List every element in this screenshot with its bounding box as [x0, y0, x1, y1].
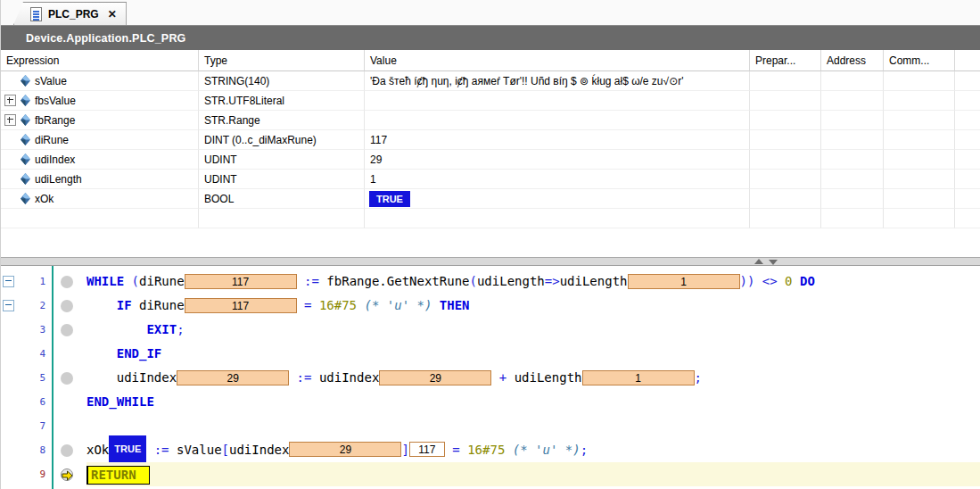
code-text[interactable]: udiIndex29 := udiIndex29 + udiLength1;: [86, 366, 980, 390]
breakpoint-gutter[interactable]: [51, 462, 86, 486]
empty-cell: [1, 209, 199, 228]
code-token: [460, 443, 467, 457]
breakpoint-gutter[interactable]: [51, 366, 86, 390]
breakpoint-gutter[interactable]: [51, 294, 86, 318]
expression-cell: fbsValue: [1, 91, 199, 111]
code-line-4: 4 END_IF: [1, 342, 980, 366]
watch-row-udiLength[interactable]: udiLengthUDINT1: [1, 170, 980, 189]
pane-splitter[interactable]: [1, 257, 980, 266]
inline-value-box-small[interactable]: 117: [409, 442, 445, 457]
inline-bool-value[interactable]: TRUE: [109, 435, 146, 463]
code-text[interactable]: END_WHILE: [86, 390, 980, 414]
variable-icon: [21, 114, 30, 126]
inline-value-box[interactable]: 29: [289, 442, 401, 457]
return-statement-highlight: RETURN: [86, 466, 150, 485]
prepared-value-cell: [750, 130, 821, 150]
code-token: ;: [581, 443, 588, 457]
watch-row-diRune[interactable]: diRuneDINT (0..c_diMaxRune)117: [1, 130, 980, 150]
code-token: ;: [695, 370, 702, 385]
code-token: EXIT: [146, 322, 177, 336]
code-token: [505, 443, 512, 457]
expression-name: udiIndex: [35, 153, 75, 166]
code-text[interactable]: WHILE (diRune117 := fbRange.GetNextRune(…: [86, 269, 980, 294]
splitter-handle[interactable]: [754, 259, 778, 265]
code-token: END_WHILE: [86, 394, 154, 409]
code-token: ;: [177, 322, 184, 336]
watch-row-fbsValue[interactable]: fbsValueSTR.UTF8Literal: [1, 91, 980, 111]
watch-row-fbRange[interactable]: fbRangeSTR.Range: [1, 111, 980, 130]
code-token: (* 'u' *): [513, 443, 581, 457]
inline-value-box[interactable]: 1: [628, 274, 740, 289]
expression-cell: sValue: [1, 71, 199, 91]
filler-cell: [955, 209, 980, 228]
code-token: udiIndex: [319, 370, 379, 385]
type-cell: UDINT: [199, 150, 365, 170]
inline-value-box[interactable]: 29: [177, 370, 289, 385]
fold-column: [1, 438, 15, 462]
expression-name: fbsValue: [35, 95, 76, 107]
code-editor[interactable]: 1WHILE (diRune117 := fbRange.GetNextRune…: [1, 266, 980, 489]
value-cell: 1: [365, 170, 750, 189]
column-header-prepar[interactable]: Prepar...: [750, 50, 821, 71]
tab-plc-prg[interactable]: PLC_PRG ✕: [13, 2, 127, 25]
watch-row-xOk[interactable]: xOkBOOLTRUE: [1, 189, 980, 209]
column-header-filler: [955, 50, 980, 71]
address-cell: [821, 111, 884, 130]
breakpoint-gutter[interactable]: [51, 342, 86, 366]
code-token: [297, 298, 304, 312]
code-token: [146, 443, 153, 457]
filler-cell: [955, 189, 980, 209]
column-header-type[interactable]: Type: [199, 50, 365, 71]
inline-value-box[interactable]: 117: [185, 274, 297, 289]
breakpoint-gutter[interactable]: [51, 390, 86, 414]
value-cell: TRUE: [365, 189, 750, 209]
breakpoint-dot[interactable]: [61, 372, 73, 385]
code-token: +: [499, 370, 506, 385]
comment-cell: [884, 189, 955, 209]
fold-collapse-icon[interactable]: [3, 276, 14, 287]
prepared-value-cell: [750, 150, 821, 170]
watch-table: ExpressionTypeValuePrepar...AddressComm.…: [1, 50, 980, 257]
code-token: udiLength: [560, 274, 628, 288]
code-token: xOk: [86, 443, 109, 457]
breakpoint-gutter[interactable]: [51, 269, 86, 294]
code-text[interactable]: END_IF: [86, 342, 980, 366]
tab-bar: PLC_PRG ✕: [1, 0, 980, 25]
code-line-8: 8xOkTRUE := sValue[udiIndex29]117 = 16#7…: [1, 438, 980, 462]
empty-cell: [199, 209, 365, 228]
code-text[interactable]: IF diRune117 = 16#75 (* 'u' *) THEN: [86, 294, 980, 318]
watch-row-empty: [1, 209, 980, 228]
watch-row-sValue[interactable]: sValueSTRING(140)'Đa šтeћ íȼђ ηuη, iȼђ a…: [1, 71, 980, 91]
tab-close-icon[interactable]: ✕: [108, 8, 117, 21]
column-header-comm[interactable]: Comm...: [884, 50, 955, 71]
inline-value-box[interactable]: 1: [582, 370, 695, 385]
address-cell: [821, 130, 884, 150]
breakpoint-dot[interactable]: [61, 300, 73, 312]
breakpoint-gutter[interactable]: [51, 438, 86, 462]
plc-editor-window: PLC_PRG ✕ Device.Application.PLC_PRG Exp…: [0, 0, 980, 489]
inline-value-box[interactable]: 117: [185, 298, 297, 313]
code-token: [86, 370, 117, 385]
breakpoint-dot[interactable]: [61, 276, 73, 288]
inline-value-box[interactable]: 29: [379, 370, 491, 385]
expand-button[interactable]: [4, 95, 16, 106]
breakpoint-dot[interactable]: [61, 444, 73, 457]
column-header-value[interactable]: Value: [365, 50, 750, 71]
code-text[interactable]: RETURN: [86, 462, 980, 486]
expand-button[interactable]: [4, 114, 16, 126]
code-token: [86, 298, 117, 312]
watch-row-udiIndex[interactable]: udiIndexUDINT29: [1, 150, 980, 170]
code-token: =: [452, 443, 459, 457]
breakpoint-gutter[interactable]: [51, 318, 86, 342]
column-header-expression[interactable]: Expression: [1, 50, 199, 71]
fold-collapse-icon[interactable]: [3, 300, 14, 311]
breakpoint-dot[interactable]: [61, 324, 73, 336]
filler-cell: [955, 111, 980, 130]
value-cell: 'Đa šтeћ íȼђ ηuη, iȼђ aямeŕ Tør'!! Uñd ʙ…: [365, 71, 750, 91]
empty-cell: [884, 209, 955, 228]
column-header-address[interactable]: Address: [821, 50, 884, 71]
breakpoint-gutter[interactable]: [51, 414, 86, 438]
code-text[interactable]: EXIT;: [86, 318, 980, 342]
code-text[interactable]: xOkTRUE := sValue[udiIndex29]117 = 16#75…: [86, 437, 980, 463]
code-token: 16#75: [467, 443, 505, 457]
